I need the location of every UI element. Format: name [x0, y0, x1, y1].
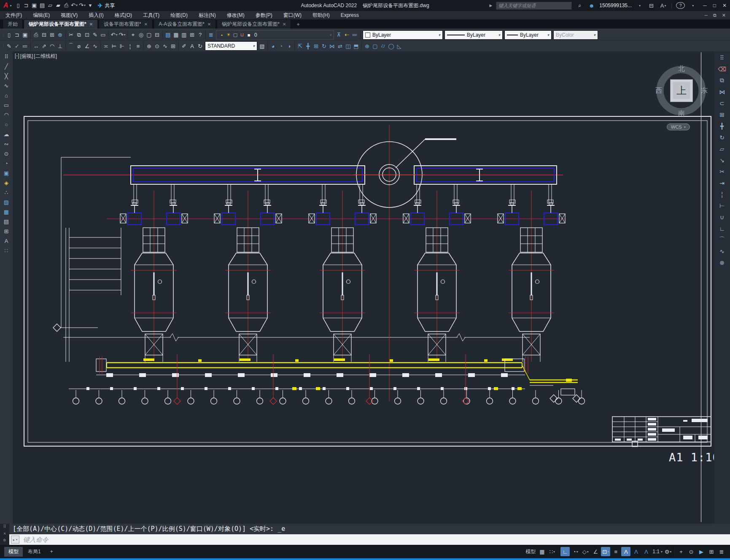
offset-icon[interactable]: ⊂ — [716, 97, 728, 109]
command-close-icon[interactable]: ✕ — [3, 531, 6, 536]
graphics-performance-icon[interactable]: ▶ — [697, 547, 706, 556]
ortho-mode-icon[interactable]: ∟ — [560, 547, 570, 556]
redo-icon[interactable]: ↷▾ — [78, 1, 86, 10]
layer-thaw-icon[interactable]: ☀ — [225, 32, 232, 38]
model-space-canvas[interactable]: A1 1:100 [-] [俯视] [二维线框] 北 西 东 南 上 WCS▾ — [13, 51, 714, 524]
align-3d-icon[interactable]: ⇄ — [336, 42, 344, 50]
layer-combo-caret-icon[interactable]: ▾ — [329, 33, 331, 37]
explode-icon[interactable]: ⊗ — [716, 257, 728, 268]
dim-center-mark-icon[interactable]: ⊕ — [145, 42, 153, 50]
point-cloud-icon[interactable]: ∷ — [1, 246, 11, 256]
arc-icon[interactable]: ◠ — [1, 110, 11, 120]
undo-icon[interactable]: ↶▾ — [110, 31, 118, 39]
join-icon[interactable]: ∪ — [716, 211, 728, 223]
annotation-scale-icon[interactable]: 1:1▾ — [652, 547, 663, 556]
isolate-objects-icon[interactable]: ⊙ — [687, 547, 696, 556]
plot-icon[interactable]: ⎙ — [62, 1, 70, 10]
layer-color-swatch-icon[interactable]: ■ — [245, 32, 252, 38]
plot-icon[interactable]: ⎙ — [32, 31, 40, 39]
dim-jog-line-icon[interactable]: ∿ — [161, 42, 169, 50]
draw-toolbar-grip-icon[interactable]: ⠿ — [1, 52, 11, 62]
modify-toolbar-grip-icon[interactable]: ⠿ — [716, 52, 728, 63]
break-at-point-icon[interactable]: ⊢ — [716, 200, 728, 211]
menu-item[interactable]: Express — [335, 11, 364, 19]
quick-dimension-icon[interactable]: ≍ — [102, 42, 110, 50]
layer-unlock-icon[interactable]: ⊔ — [239, 32, 245, 38]
construction-line-icon[interactable]: ╳ — [1, 71, 11, 81]
solid-intersect-icon[interactable]: ◑ — [285, 42, 293, 50]
autodesk-a-icon[interactable]: A▾ — [659, 1, 667, 10]
new-file-icon[interactable]: ▯ — [5, 31, 13, 39]
object-snap-tracking-icon[interactable]: ∠ — [591, 547, 600, 556]
tool-palettes-icon[interactable]: ▥ — [180, 31, 188, 39]
slice-icon[interactable]: ◫ — [344, 42, 352, 50]
menu-item[interactable]: 插入(I) — [83, 11, 109, 19]
view-control[interactable]: [俯视] — [20, 53, 33, 60]
mirror-icon[interactable]: ⋈ — [716, 86, 728, 97]
rotate-3d-icon[interactable]: ↻ — [320, 42, 328, 50]
file-tab[interactable]: 开始 — [3, 19, 23, 29]
solid-union-icon[interactable]: ◕ — [269, 42, 277, 50]
solid-subtract-icon[interactable]: ◔ — [277, 42, 285, 50]
dim-text-angle-icon[interactable]: A — [188, 42, 196, 50]
save-to-web-mobile-icon[interactable]: ▰ — [54, 1, 62, 10]
dim-inspect-icon[interactable]: ⊙ — [153, 42, 161, 50]
polyline-icon[interactable]: ∿ — [1, 81, 11, 91]
minimize-button[interactable]: ─ — [703, 3, 707, 8]
solid-cylinder-icon[interactable]: ⌭ — [379, 42, 387, 50]
save-as-icon[interactable]: ▤ — [38, 1, 46, 10]
search-icon[interactable]: ⌕ — [576, 1, 584, 10]
insert-block-icon[interactable]: ▣ — [1, 168, 11, 178]
copy-icon[interactable]: ⧉ — [716, 75, 728, 86]
create-block-icon[interactable]: ◈ — [1, 178, 11, 188]
annotation-visibility-icon[interactable]: Λ — [621, 547, 630, 556]
dim-text-edit-icon[interactable]: ✐ — [180, 42, 188, 50]
tab-close-icon[interactable]: ✕ — [283, 22, 286, 27]
search-collapse-icon[interactable]: ▶ — [489, 3, 492, 8]
paste-icon[interactable]: ⊡ — [83, 31, 91, 39]
app-menu-caret-icon[interactable]: ▾ — [10, 4, 12, 8]
viewcube-east-label[interactable]: 东 — [701, 86, 708, 95]
user-name[interactable]: 1505999135... — [599, 3, 632, 8]
help-icon[interactable]: ? — [676, 2, 685, 9]
ellipse-arc-icon[interactable]: ◔ — [1, 159, 11, 168]
drawing[interactable]: A1 1:100 — [13, 51, 714, 524]
save-file-icon[interactable]: ▣ — [21, 31, 29, 39]
block-editor-icon[interactable]: ▭ — [99, 31, 107, 39]
tolerance-icon[interactable]: ⊞ — [169, 42, 177, 50]
line-icon[interactable]: ╱ — [1, 62, 11, 71]
hatch-icon[interactable]: ▨ — [1, 197, 11, 207]
dim-arc-length-icon[interactable]: ◠ — [48, 42, 56, 50]
view-cube[interactable]: 北 西 东 南 上 — [655, 64, 707, 118]
help-icon[interactable]: ? — [196, 31, 204, 39]
tab-close-icon[interactable]: ✕ — [89, 22, 93, 27]
new-tab-button[interactable]: + — [292, 20, 304, 29]
menu-item[interactable]: 修改(M) — [221, 11, 250, 19]
viewcube-top-face[interactable]: 上 — [670, 79, 693, 102]
erase-icon[interactable]: ⌫ — [716, 63, 728, 75]
zoom-window-icon[interactable]: ▢ — [145, 31, 153, 39]
viewport-menu-control[interactable]: [-] — [15, 53, 19, 60]
menu-item[interactable]: 工具(T) — [137, 11, 165, 19]
layout-tab[interactable]: 布局1 — [24, 547, 45, 557]
plotstyle-combo[interactable]: ByColor ▾ — [553, 30, 598, 40]
solid-box-icon[interactable]: ▢ — [371, 42, 379, 50]
ellipse-icon[interactable]: ⊙ — [1, 149, 11, 159]
menu-item[interactable]: 视图(V) — [55, 11, 83, 19]
array-3d-icon[interactable]: ⊞ — [312, 42, 320, 50]
auto-annotation-scale-icon[interactable]: Λ — [631, 547, 641, 556]
tab-close-icon[interactable]: ✕ — [207, 22, 211, 27]
dim-linear-icon[interactable]: ↔ — [32, 42, 40, 50]
object-snap-icon[interactable]: ⊡▾ — [601, 547, 610, 556]
table-icon[interactable]: ⊞ — [1, 226, 11, 236]
dim-style-manager-icon[interactable]: ▧ — [258, 42, 266, 50]
undo-icon[interactable]: ↶▾ — [70, 1, 78, 10]
tab-close-icon[interactable]: ✕ — [144, 22, 148, 27]
clean-screen-icon[interactable]: ⊞ — [707, 547, 716, 556]
dim-angular-icon[interactable]: ∠ — [83, 42, 91, 50]
application-status-menu-icon[interactable]: ≣ — [717, 547, 726, 556]
cut-icon[interactable]: ✂ — [67, 31, 75, 39]
snap-mode-icon[interactable]: ∷▾ — [547, 547, 557, 556]
dim-style-apply-icon[interactable]: ↻ — [196, 42, 204, 50]
annotation-scale-sync-icon[interactable]: Λ — [641, 547, 651, 556]
